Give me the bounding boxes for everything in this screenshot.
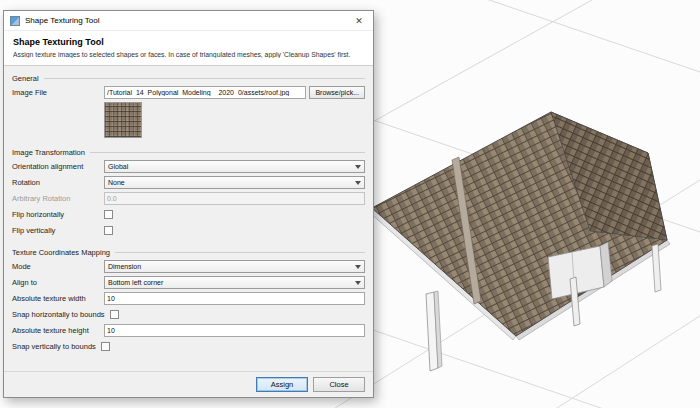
image-file-label: Image File bbox=[12, 88, 104, 97]
texture-thumbnail bbox=[104, 102, 142, 138]
group-general: General bbox=[12, 72, 365, 84]
snap-vertically-label: Snap vertically to bounds bbox=[12, 342, 96, 351]
close-button[interactable]: Close bbox=[313, 377, 365, 392]
absolute-texture-width-label: Absolute texture width bbox=[12, 294, 104, 303]
flip-vertically-label: Flip vertically bbox=[12, 226, 104, 235]
dialog-titlebar[interactable]: Shape Texturing Tool ✕ bbox=[4, 11, 373, 31]
rotation-label: Rotation bbox=[12, 178, 104, 187]
snap-horizontally-checkbox[interactable] bbox=[110, 310, 119, 319]
browse-pick-button[interactable]: Browse/pick... bbox=[309, 86, 365, 99]
orientation-alignment-row: Orientation alignment Global bbox=[12, 159, 365, 174]
snap-horizontally-label: Snap horizontally to bounds bbox=[12, 310, 105, 319]
orientation-alignment-label: Orientation alignment bbox=[12, 162, 104, 171]
header-description: Assign texture images to selected shapes… bbox=[13, 51, 364, 58]
roof-model bbox=[369, 112, 670, 371]
group-general-label: General bbox=[12, 74, 39, 83]
dialog-body: General Image File Browse/pick... Image … bbox=[4, 66, 373, 371]
post-right bbox=[652, 244, 661, 292]
absolute-texture-height-row: Absolute texture height bbox=[12, 323, 365, 338]
snap-horizontally-row: Snap horizontally to bounds bbox=[12, 307, 365, 322]
close-icon[interactable]: ✕ bbox=[351, 13, 367, 29]
assign-button[interactable]: Assign bbox=[256, 377, 308, 392]
mode-row: Mode Dimension bbox=[12, 259, 365, 274]
chevron-down-icon bbox=[355, 281, 361, 285]
rotation-select[interactable]: None bbox=[104, 176, 365, 189]
chevron-down-icon bbox=[355, 265, 361, 269]
chevron-down-icon bbox=[355, 181, 361, 185]
mode-value: Dimension bbox=[108, 263, 141, 270]
absolute-texture-width-row: Absolute texture width bbox=[12, 291, 365, 306]
align-to-label: Align to bbox=[12, 278, 104, 287]
arbitrary-rotation-label: Arbitrary Rotation bbox=[12, 194, 104, 203]
align-to-row: Align to Bottom left corner bbox=[12, 275, 365, 290]
orientation-alignment-value: Global bbox=[108, 163, 128, 170]
page-title: Shape Texturing Tool bbox=[13, 37, 364, 47]
group-rule bbox=[44, 78, 365, 79]
align-to-select[interactable]: Bottom left corner bbox=[104, 276, 365, 289]
image-file-input[interactable] bbox=[104, 86, 306, 99]
group-rule bbox=[115, 252, 365, 253]
group-texture-mapping: Texture Coordinates Mapping bbox=[12, 246, 365, 258]
absolute-texture-height-label: Absolute texture height bbox=[12, 326, 104, 335]
texture-thumbnail-row bbox=[104, 102, 365, 138]
dialog-footer: Assign Close bbox=[4, 371, 373, 397]
orientation-alignment-select[interactable]: Global bbox=[104, 160, 365, 173]
window-title: Shape Texturing Tool bbox=[25, 16, 346, 25]
flip-vertically-row: Flip vertically bbox=[12, 223, 365, 238]
image-file-row: Image File Browse/pick... bbox=[12, 85, 365, 100]
flip-vertically-checkbox[interactable] bbox=[104, 226, 113, 235]
absolute-texture-width-input[interactable] bbox=[104, 292, 365, 305]
app-icon bbox=[10, 16, 20, 26]
rotation-row: Rotation None bbox=[12, 175, 365, 190]
group-texture-mapping-label: Texture Coordinates Mapping bbox=[12, 248, 110, 257]
absolute-texture-height-input[interactable] bbox=[104, 324, 365, 337]
flip-horizontally-checkbox[interactable] bbox=[104, 210, 113, 219]
group-image-transformation: Image Transformation bbox=[12, 146, 365, 158]
flip-horizontally-row: Flip horizontally bbox=[12, 207, 365, 222]
mode-label: Mode bbox=[12, 262, 104, 271]
rotation-value: None bbox=[108, 179, 125, 186]
arbitrary-rotation-input bbox=[104, 192, 365, 205]
arbitrary-rotation-row: Arbitrary Rotation bbox=[12, 191, 365, 206]
chevron-down-icon bbox=[355, 165, 361, 169]
group-rule bbox=[90, 152, 365, 153]
snap-vertically-row: Snap vertically to bounds bbox=[12, 339, 365, 354]
mode-select[interactable]: Dimension bbox=[104, 260, 365, 273]
snap-vertically-checkbox[interactable] bbox=[101, 342, 110, 351]
group-image-transformation-label: Image Transformation bbox=[12, 148, 85, 157]
flip-horizontally-label: Flip horizontally bbox=[12, 210, 104, 219]
align-to-value: Bottom left corner bbox=[108, 279, 163, 286]
shape-texturing-tool-dialog: Shape Texturing Tool ✕ Shape Texturing T… bbox=[3, 10, 374, 398]
dialog-header: Shape Texturing Tool Assign texture imag… bbox=[4, 31, 373, 66]
